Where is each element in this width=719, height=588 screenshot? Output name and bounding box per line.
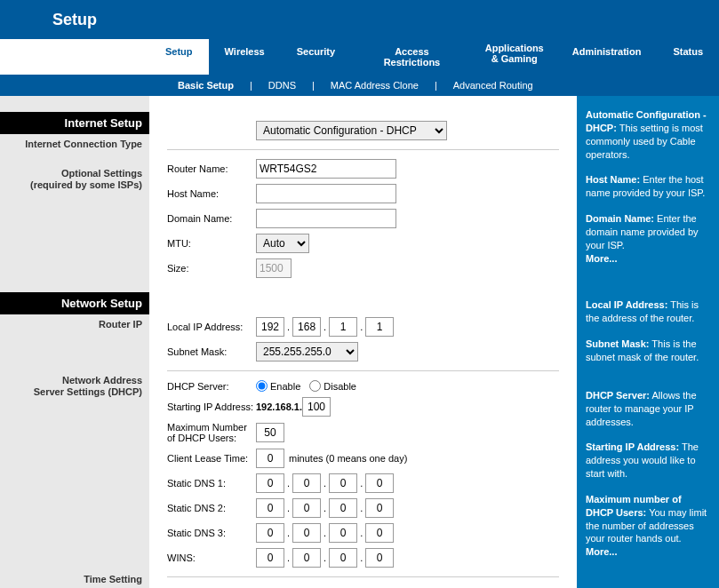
ip-oct4[interactable] bbox=[365, 317, 394, 337]
label-time: Time Setting bbox=[0, 569, 149, 588]
wins-oct2[interactable] bbox=[292, 548, 321, 568]
dns1-oct2[interactable] bbox=[292, 473, 321, 493]
domain-name-label: Domain Name: bbox=[167, 213, 256, 224]
topbar: Setup bbox=[0, 0, 719, 39]
tab-admin[interactable]: Administration bbox=[556, 39, 658, 75]
connection-type-select[interactable]: Automatic Configuration - DHCP bbox=[256, 121, 447, 140]
dns1-label: Static DNS 1: bbox=[167, 478, 256, 489]
page-title: Setup bbox=[0, 0, 149, 39]
size-label: Size: bbox=[167, 263, 256, 274]
dns2-oct4[interactable] bbox=[365, 498, 394, 518]
dns3-label: Static DNS 3: bbox=[167, 528, 256, 538]
host-name-label: Host Name: bbox=[167, 188, 256, 199]
router-name-label: Router Name: bbox=[167, 163, 256, 174]
dns2-oct2[interactable] bbox=[292, 498, 321, 518]
dns3-oct4[interactable] bbox=[365, 523, 394, 543]
dns1-oct1[interactable] bbox=[256, 473, 284, 493]
dhcp-server-label: DHCP Server: bbox=[167, 381, 256, 392]
dns1-oct3[interactable] bbox=[329, 473, 357, 493]
more-link-2[interactable]: More... bbox=[586, 546, 617, 557]
dns3-oct2[interactable] bbox=[292, 523, 321, 543]
nav-tabs: Setup Wireless Security Access Restricti… bbox=[149, 39, 719, 75]
dhcp-enable-radio[interactable]: Enable bbox=[256, 380, 300, 392]
wins-oct4[interactable] bbox=[365, 548, 394, 568]
tab-access[interactable]: Access Restrictions bbox=[351, 39, 473, 75]
start-ip-label: Starting IP Address: bbox=[167, 401, 256, 412]
tab-status[interactable]: Status bbox=[657, 39, 719, 75]
dhcp-disable-radio[interactable]: Disable bbox=[309, 380, 356, 392]
size-input bbox=[256, 258, 292, 278]
dns2-oct3[interactable] bbox=[329, 498, 357, 518]
label-dhcp: Network AddressServer Settings (DHCP) bbox=[0, 370, 149, 402]
label-optional: Optional Settings(required by some ISPs) bbox=[0, 163, 149, 195]
dns2-oct1[interactable] bbox=[256, 498, 284, 518]
sidebar: Internet Setup Internet Connection Type … bbox=[0, 96, 149, 588]
tab-wireless[interactable]: Wireless bbox=[209, 39, 281, 75]
wins-label: WINS: bbox=[167, 552, 256, 563]
lease-label: Client Lease Time: bbox=[167, 453, 256, 464]
subnav-adv[interactable]: Advanced Routing bbox=[453, 80, 533, 91]
mtu-label: MTU: bbox=[167, 238, 256, 249]
dns2-label: Static DNS 2: bbox=[167, 503, 256, 513]
wins-oct1[interactable] bbox=[256, 548, 284, 568]
subnav-basic[interactable]: Basic Setup bbox=[178, 80, 234, 91]
help-panel: Automatic Configuration - DHCP: This set… bbox=[577, 96, 719, 588]
subnet-label: Subnet Mask: bbox=[167, 346, 256, 357]
max-users-label: Maximum Numberof DHCP Users: bbox=[167, 422, 256, 443]
tab-setup[interactable]: Setup bbox=[149, 39, 209, 75]
label-conntype: Internet Connection Type bbox=[0, 134, 149, 155]
more-link-1[interactable]: More... bbox=[586, 253, 617, 264]
lease-input[interactable] bbox=[256, 449, 284, 468]
subnav: Basic Setup | DDNS | MAC Address Clone |… bbox=[0, 75, 719, 96]
wins-oct3[interactable] bbox=[329, 548, 357, 568]
router-name-input[interactable] bbox=[256, 159, 396, 179]
local-ip-label: Local IP Address: bbox=[167, 322, 256, 332]
mtu-select[interactable]: Auto bbox=[256, 234, 309, 253]
tab-security[interactable]: Security bbox=[281, 39, 351, 75]
subnav-mac[interactable]: MAC Address Clone bbox=[331, 80, 419, 91]
subnav-ddns[interactable]: DDNS bbox=[268, 80, 296, 91]
ip-oct2[interactable] bbox=[292, 317, 321, 337]
lease-hint: minutes (0 means one day) bbox=[289, 453, 407, 464]
domain-name-input[interactable] bbox=[256, 209, 396, 228]
dns1-oct4[interactable] bbox=[365, 473, 394, 493]
ip-oct1[interactable] bbox=[256, 317, 284, 337]
max-users-input[interactable] bbox=[256, 423, 284, 442]
dns3-oct3[interactable] bbox=[329, 523, 357, 543]
ip-oct3[interactable] bbox=[329, 317, 357, 337]
label-routerip: Router IP bbox=[0, 314, 149, 335]
main-panel: Automatic Configuration - DHCP Router Na… bbox=[149, 96, 577, 588]
host-name-input[interactable] bbox=[256, 184, 396, 203]
start-ip-prefix: 192.168.1. bbox=[256, 401, 302, 412]
start-ip-input[interactable] bbox=[302, 397, 331, 417]
tab-apps[interactable]: Applications& Gaming bbox=[473, 39, 556, 75]
subnet-select[interactable]: 255.255.255.0 bbox=[256, 342, 358, 362]
dns3-oct1[interactable] bbox=[256, 523, 284, 543]
section-network: Network Setup bbox=[0, 292, 149, 314]
section-internet: Internet Setup bbox=[0, 112, 149, 134]
